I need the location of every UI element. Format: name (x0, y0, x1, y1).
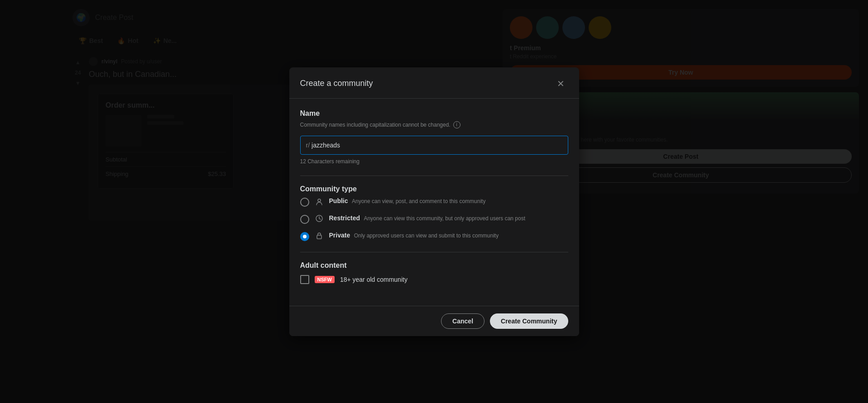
radio-private[interactable] (300, 232, 309, 241)
radio-private-desc: Only approved users can view and submit … (354, 232, 499, 239)
radio-public[interactable] (300, 198, 309, 207)
radio-option-private[interactable]: Private Only approved users can view and… (300, 231, 568, 241)
divider-2 (300, 252, 568, 252)
name-prefix: r/ (306, 136, 310, 154)
radio-option-public[interactable]: Public Anyone can view, post, and commen… (300, 197, 568, 207)
modal-footer: Cancel Create Community (289, 306, 579, 336)
name-section-desc-text: Community names including capitalization… (300, 122, 451, 128)
svg-rect-2 (317, 235, 321, 239)
community-type-section: Community type Public Anyone can view, p… (300, 185, 568, 241)
radio-private-title: Private (329, 232, 350, 239)
modal-body: Name Community names including capitaliz… (289, 99, 579, 306)
nsfw-label: 18+ year old community (340, 276, 408, 283)
radio-public-icon (315, 197, 324, 206)
nsfw-checkbox[interactable] (300, 275, 309, 284)
modal-close-button[interactable]: ✕ (554, 76, 568, 91)
name-info-icon: i (453, 121, 460, 128)
radio-public-label: Public Anyone can view, post, and commen… (329, 197, 568, 205)
create-community-modal: Create a community ✕ Name Community name… (289, 67, 579, 336)
adult-content-title: Adult content (300, 261, 568, 270)
community-type-title: Community type (300, 185, 568, 193)
radio-restricted-label: Restricted Anyone can view this communit… (329, 214, 568, 222)
modal-header: Create a community ✕ (289, 67, 579, 99)
radio-private-label: Private Only approved users can view and… (329, 231, 568, 239)
radio-option-restricted[interactable]: Restricted Anyone can view this communit… (300, 214, 568, 224)
radio-public-desc: Anyone can view, post, and comment to th… (352, 198, 485, 204)
cancel-button[interactable]: Cancel (441, 313, 484, 329)
chars-remaining: 12 Characters remaining (300, 158, 568, 165)
nsfw-row[interactable]: NSFW 18+ year old community (300, 275, 568, 284)
radio-restricted-title: Restricted (329, 214, 360, 222)
nsfw-badge: NSFW (315, 276, 335, 283)
divider-1 (300, 175, 568, 176)
radio-restricted[interactable] (300, 215, 309, 224)
name-section: Name Community names including capitaliz… (300, 109, 568, 165)
radio-restricted-desc: Anyone can view this community, but only… (364, 215, 525, 222)
community-name-input[interactable] (310, 136, 562, 154)
radio-public-title: Public (329, 197, 348, 204)
svg-point-0 (318, 199, 321, 202)
create-community-button[interactable]: Create Community (490, 313, 568, 329)
name-input-wrapper[interactable]: r/ (300, 136, 568, 155)
radio-restricted-icon (315, 214, 324, 223)
adult-content-section: Adult content NSFW 18+ year old communit… (300, 261, 568, 284)
modal-overlay: Create a community ✕ Name Community name… (0, 0, 868, 403)
radio-private-icon (315, 231, 324, 240)
modal-title: Create a community (300, 79, 373, 88)
name-section-desc: Community names including capitalization… (300, 121, 568, 128)
name-section-title: Name (300, 109, 568, 118)
